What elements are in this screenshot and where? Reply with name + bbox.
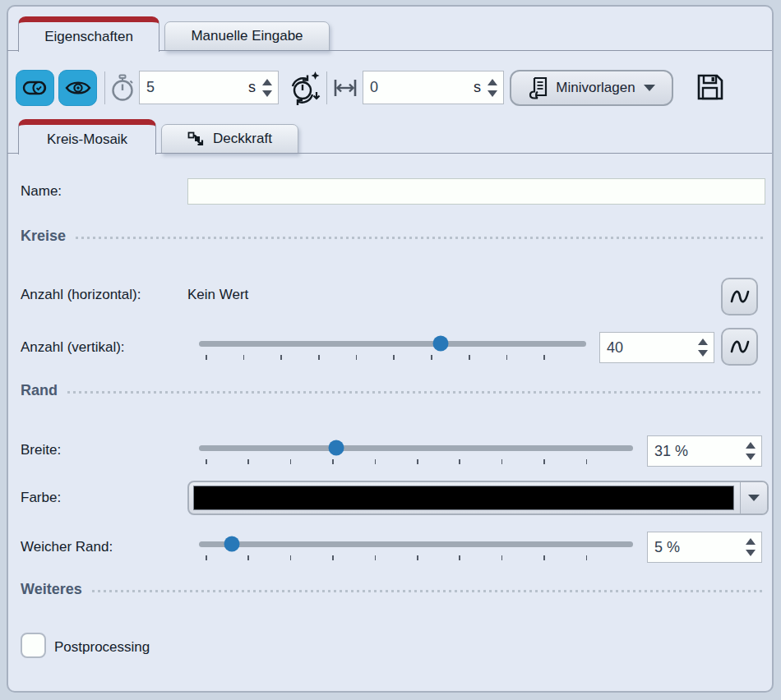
spin-up-icon[interactable] <box>698 338 708 345</box>
section-rand: Rand <box>21 382 763 399</box>
duration-spinbox[interactable]: s <box>139 71 279 104</box>
slider-ticks <box>206 459 628 464</box>
auto-duration-icon[interactable] <box>288 70 322 106</box>
minivorlagen-button[interactable]: Minivorlagen <box>510 70 673 106</box>
slider-ticks <box>206 555 628 560</box>
section-kreise-title: Kreise <box>21 228 66 245</box>
effect-enabled-toggle-button[interactable] <box>16 70 54 106</box>
tab-eigenschaften-label: Eigenschaften <box>44 29 133 45</box>
section-divider-dots <box>92 590 763 592</box>
weicher-rand-spinbox[interactable] <box>647 532 762 563</box>
offset-input[interactable] <box>363 79 474 96</box>
offset-spin-arrows[interactable] <box>488 79 497 97</box>
weicher-rand-slider[interactable] <box>199 532 633 563</box>
section-divider-dots <box>67 391 763 394</box>
breite-spinbox[interactable] <box>647 435 762 467</box>
breite-input[interactable] <box>648 443 746 460</box>
tab-kreis-mosaik-label: Kreis-Mosaik <box>47 131 127 148</box>
breite-slider[interactable] <box>199 435 633 467</box>
anzahl-vertikal-slider[interactable] <box>199 331 586 362</box>
section-weiteres: Weiteres <box>21 581 763 598</box>
anzahl-horizontal-label: Anzahl (horizontal): <box>21 287 141 303</box>
color-swatch[interactable] <box>193 486 734 510</box>
effect-properties-window: Eigenschaften Manuelle Eingabe <box>0 0 781 700</box>
visibility-button[interactable] <box>58 70 97 106</box>
slider-handle[interactable] <box>329 440 344 456</box>
stopwatch-icon <box>108 73 137 103</box>
farbe-color-picker[interactable] <box>187 481 769 515</box>
tab-deckkraft-label: Deckkraft <box>213 131 272 147</box>
farbe-label: Farbe: <box>21 490 61 506</box>
name-input[interactable] <box>187 178 765 205</box>
offset-spinbox[interactable]: s <box>363 71 504 104</box>
sine-wave-icon <box>728 286 751 307</box>
curve-button-vertical[interactable] <box>721 328 758 366</box>
section-kreise: Kreise <box>21 228 763 245</box>
keyframe-curve-icon <box>187 130 207 148</box>
name-label: Name: <box>21 183 62 200</box>
weicher-rand-spin-arrows[interactable] <box>746 538 756 556</box>
tab-deckkraft[interactable]: Deckkraft <box>161 124 298 154</box>
weicher-rand-label: Weicher Rand: <box>21 539 113 555</box>
eye-icon <box>64 78 92 98</box>
offset-unit: s <box>474 79 481 96</box>
spin-up-icon[interactable] <box>746 538 756 545</box>
duration-spin-arrows[interactable] <box>262 79 272 97</box>
time-offset-icon <box>332 76 358 99</box>
anzahl-vertikal-label: Anzahl (vertikal): <box>21 339 125 356</box>
minivorlagen-label: Minivorlagen <box>556 80 635 96</box>
tab-manuelle-eingabe-label: Manuelle Eingabe <box>191 28 303 44</box>
spin-down-icon[interactable] <box>698 350 708 357</box>
section-weiteres-title: Weiteres <box>21 581 82 598</box>
postprocessing-label: Postprocessing <box>54 639 150 656</box>
duration-unit: s <box>248 79 256 96</box>
spin-up-icon[interactable] <box>746 442 756 449</box>
save-icon[interactable] <box>695 72 725 102</box>
anzahl-vertikal-spin-arrows[interactable] <box>698 338 708 357</box>
template-scroll-icon <box>528 76 549 100</box>
toolbar-separator <box>326 71 327 104</box>
tab-kreis-mosaik[interactable]: Kreis-Mosaik <box>18 119 156 154</box>
postprocessing-checkbox[interactable] <box>21 633 46 658</box>
spin-down-icon[interactable] <box>746 454 756 460</box>
tab-manuelle-eingabe[interactable]: Manuelle Eingabe <box>164 21 330 51</box>
section-rand-title: Rand <box>21 382 58 399</box>
spin-down-icon[interactable] <box>746 550 756 556</box>
spin-up-icon[interactable] <box>488 79 497 85</box>
spin-down-icon[interactable] <box>262 90 272 97</box>
breite-spin-arrows[interactable] <box>746 442 756 460</box>
duration-input[interactable] <box>140 79 248 96</box>
spin-down-icon[interactable] <box>488 90 497 97</box>
slider-handle[interactable] <box>224 537 239 552</box>
sine-wave-icon <box>728 336 751 357</box>
anzahl-vertikal-input[interactable] <box>600 339 698 357</box>
section-divider-dots <box>76 237 763 239</box>
toggle-check-icon <box>22 79 49 97</box>
slider-handle[interactable] <box>433 336 449 352</box>
breite-label: Breite: <box>21 442 61 458</box>
chevron-down-icon <box>748 495 760 501</box>
toolbar-separator <box>104 71 105 104</box>
anzahl-vertikal-spinbox[interactable] <box>599 332 714 363</box>
tab-eigenschaften[interactable]: Eigenschaften <box>18 16 159 52</box>
spin-up-icon[interactable] <box>262 79 272 85</box>
weicher-rand-input[interactable] <box>648 539 746 556</box>
slider-ticks <box>206 355 581 360</box>
anzahl-horizontal-value: Kein Wert <box>187 287 248 303</box>
curve-button-horizontal[interactable] <box>721 278 758 315</box>
chevron-down-icon <box>644 85 655 91</box>
color-dropdown-button[interactable] <box>740 482 767 513</box>
